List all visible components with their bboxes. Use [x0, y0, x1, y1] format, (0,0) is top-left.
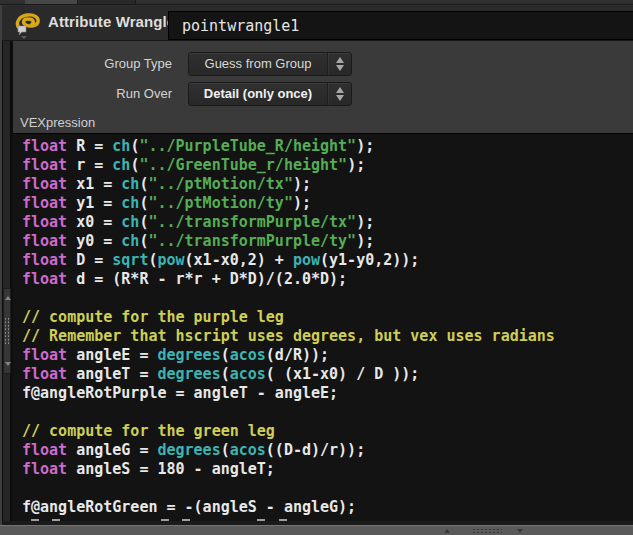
code-line: float angleS = 180 - angleT; — [22, 460, 633, 479]
code-lines: float R = ch("../PurpleTube_R/height");f… — [13, 134, 633, 517]
code-line: float angleT = degrees(acos( (x1-x0) / D… — [22, 365, 633, 384]
code-line: float y0 = ch("../transformPurple/ty"); — [22, 232, 633, 251]
code-line — [22, 403, 633, 422]
spinner-up-arrow-icon[interactable] — [336, 57, 344, 63]
spinner-down-arrow-icon[interactable] — [336, 65, 344, 71]
group-type-value: Guess from Group — [189, 53, 327, 75]
code-line: // compute for the green leg — [22, 422, 633, 441]
splitter-down-arrow-icon[interactable] — [517, 529, 523, 533]
vexpression-label: VEXpression — [20, 115, 95, 130]
code-line: // compute for the purple leg — [22, 308, 633, 327]
scrollbar-thumb[interactable] — [3, 288, 11, 374]
scrollbar-grip-dots-icon[interactable] — [4, 317, 10, 345]
spinner-up-arrow-icon[interactable] — [336, 87, 344, 93]
code-line: f@angleRotGreen = -(angleS - angleG); — [22, 498, 633, 517]
run-over-label: Run Over — [13, 82, 172, 106]
attribute-wrangle-pane: Attribute Wrangle Group Type Guess from … — [0, 0, 633, 535]
run-over-menu[interactable]: Detail (only once) — [188, 82, 352, 106]
code-line: float y1 = ch("../ptMotion/ty"); — [22, 194, 633, 213]
wrangle-node-icon[interactable] — [13, 9, 43, 39]
scrollbar-up-arrow-icon[interactable] — [5, 296, 11, 300]
code-line: float D = sqrt(pow(x1-x0,2) + pow(y1-y0,… — [22, 251, 633, 270]
pane-splitter-handle[interactable] — [0, 525, 633, 535]
splitter-up-arrow-icon[interactable] — [444, 529, 450, 533]
parameter-scrollbar[interactable] — [2, 41, 13, 521]
code-line: float x0 = ch("../transformPurple/tx"); — [22, 213, 633, 232]
pane-tab-remnant-2[interactable] — [77, 0, 136, 4]
code-line: float r = ch("../GreenTube_r/height"); — [22, 156, 633, 175]
run-over-spinner[interactable] — [327, 83, 351, 105]
splitter-grip-dots-icon[interactable] — [472, 528, 502, 534]
node-type-title: Attribute Wrangle — [48, 13, 175, 30]
scrollbar-down-arrow-icon[interactable] — [5, 362, 11, 366]
node-header: Attribute Wrangle — [2, 6, 633, 41]
code-line — [22, 479, 633, 498]
pane-tab-strip — [0, 0, 633, 5]
group-type-menu[interactable]: Guess from Group — [188, 52, 352, 76]
code-line: f@angleRotPurple = angleT - angleE; — [22, 384, 633, 403]
code-line: float R = ch("../PurpleTube_R/height"); — [22, 137, 633, 156]
node-name-input[interactable] — [168, 11, 633, 40]
pane-tab-remnant[interactable] — [25, 0, 77, 4]
group-type-label: Group Type — [13, 52, 172, 76]
node-icon-menu-arrow-icon — [21, 36, 27, 39]
group-type-spinner[interactable] — [327, 53, 351, 75]
vexpression-code-editor[interactable]: float R = ch("../PurpleTube_R/height");f… — [13, 133, 633, 521]
code-line: // Remember that hscript uses degrees, b… — [22, 327, 633, 346]
scrollbar-track[interactable] — [3, 41, 11, 521]
run-over-value: Detail (only once) — [189, 83, 327, 105]
code-line: float d = (R*R - r*r + D*D)/(2.0*D); — [22, 270, 633, 289]
parameter-panel: Group Type Guess from Group Run Over Det… — [13, 41, 633, 134]
code-line — [22, 289, 633, 308]
code-line: float angleG = degrees(acos((D-d)/r)); — [22, 441, 633, 460]
code-line: float angleE = degrees(acos(d/R)); — [22, 346, 633, 365]
code-line: float x1 = ch("../ptMotion/tx"); — [22, 175, 633, 194]
spinner-down-arrow-icon[interactable] — [336, 95, 344, 101]
